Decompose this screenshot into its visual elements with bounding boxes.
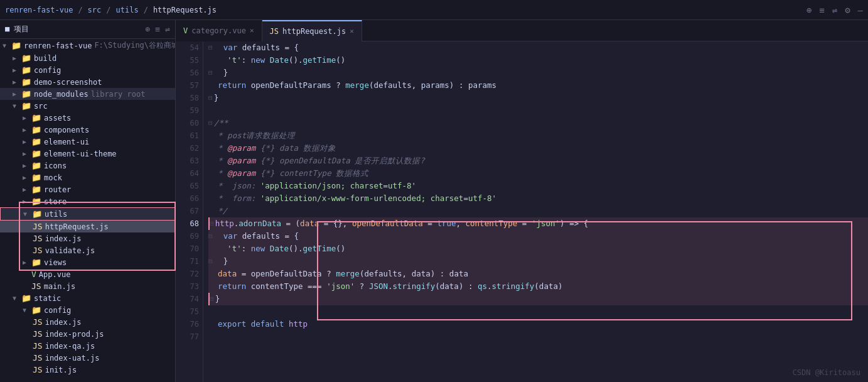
sc-init-icon: JS — [33, 365, 43, 374]
tree-appvue[interactable]: V App.vue — [0, 268, 175, 280]
code-line-72: data = openDefaultData ? merge(defaults,… — [208, 268, 868, 280]
title-bar-actions: ⊕ ≡ ⇌ ⚙ — — [806, 5, 863, 15]
breadcrumb-src[interactable]: src — [88, 6, 102, 14]
tree-config[interactable]: ▶ 📁 config — [0, 64, 175, 76]
breadcrumb-sep1: / — [78, 6, 82, 14]
tab-category-close[interactable]: ✕ — [250, 26, 254, 35]
list-icon[interactable]: ≡ — [819, 5, 824, 15]
tree-components[interactable]: ▶ 📁 components — [0, 124, 175, 136]
root-folder-icon: 📁 — [11, 41, 21, 50]
eui-icon: 📁 — [31, 137, 41, 146]
tree-views[interactable]: ▶ 📁 views — [0, 256, 175, 268]
breadcrumb-root[interactable]: renren-fast-vue — [5, 6, 73, 14]
code-line-58: ⊟ } — [208, 92, 868, 104]
ln-64: 64 — [190, 167, 199, 180]
ln-65: 65 — [190, 180, 199, 192]
tree-demo[interactable]: ▶ 📁 demo-screenshot — [0, 76, 175, 88]
fold-54[interactable]: ⊟ — [208, 41, 213, 54]
tab-category-vue[interactable]: V category.vue ✕ — [176, 20, 262, 41]
router-icon: 📁 — [31, 185, 41, 194]
nm-tag: library root — [91, 90, 146, 99]
tree-static[interactable]: ▼ 📁 static — [0, 292, 175, 304]
sidebar-icon2[interactable]: ≡ — [155, 25, 160, 34]
code-line-77 — [208, 330, 868, 343]
tree-src[interactable]: ▼ 📁 src — [0, 100, 175, 112]
tree-sc-uat[interactable]: JS index-uat.js — [0, 352, 175, 364]
split-icon[interactable]: ⇌ — [832, 5, 837, 15]
breadcrumb-sep3: / — [144, 6, 148, 14]
index-icon: JS — [33, 234, 43, 243]
ln-59: 59 — [190, 104, 199, 117]
tree-utils[interactable]: ▼ 📁 utils — [0, 207, 175, 221]
breadcrumb-sep2: / — [106, 6, 110, 14]
fold-74[interactable]: ⊟ — [210, 293, 214, 305]
main-layout: ■ 项目 ⊕ ≡ ⇌ ▼ 📁 renren-fast-vue F:\Studyi… — [0, 20, 868, 382]
fold-60[interactable]: ⊟ — [208, 117, 213, 129]
tree-sc-prod[interactable]: JS index-prod.js — [0, 328, 175, 340]
tree-root[interactable]: ▼ 📁 renren-fast-vue F:\Studying\谷粒商城\ren… — [0, 39, 175, 52]
nm-label: node_modules — [34, 90, 88, 99]
editor-area: 54 55 56 57 58 59 60 61 62 63 64 65 66 6… — [176, 41, 868, 382]
tree-static-config[interactable]: ▼ 📁 config — [0, 304, 175, 316]
root-label: renren-fast-vue — [24, 41, 92, 50]
assets-icon: 📁 — [31, 113, 41, 123]
tree-store[interactable]: ▶ 📁 store — [0, 195, 175, 207]
sidebar-icon1[interactable]: ⊕ — [146, 25, 151, 34]
code-line-74: ⊟ } — [208, 293, 868, 305]
euit-arrow: ▶ — [23, 150, 31, 157]
tree-build[interactable]: ▶ 📁 build — [0, 52, 175, 64]
fold-69[interactable]: ⊟ — [208, 230, 213, 243]
tree-node-modules[interactable]: ▶ 📁 node_modules library root — [0, 88, 175, 100]
tab-httprequest-js[interactable]: JS httpRequest.js ✕ — [262, 20, 362, 41]
sc-uat-icon: JS — [33, 353, 43, 363]
tree-router[interactable]: ▶ 📁 router — [0, 183, 175, 195]
code-line-68: ⊟ http.adornData = (data = {}, openDefau… — [208, 217, 868, 230]
tree-mock[interactable]: ▶ 📁 mock — [0, 172, 175, 183]
ln-57: 57 — [190, 79, 199, 92]
code-area[interactable]: ⊟ var defaults = { 't': new Date().getTi… — [203, 41, 868, 382]
ln-77: 77 — [190, 330, 199, 343]
fold-56[interactable]: ⊟ — [208, 67, 213, 79]
tree-sc-qa[interactable]: JS index-qa.js — [0, 340, 175, 352]
code-line-71: ⊟ } — [208, 255, 868, 268]
tree-validate[interactable]: JS validate.js — [0, 244, 175, 256]
nm-arrow: ▶ — [13, 90, 21, 97]
tree-element-ui-theme[interactable]: ▶ 📁 element-ui-theme — [0, 148, 175, 160]
sc-icon: 📁 — [31, 305, 41, 315]
sidebar-icon3[interactable]: ⇌ — [165, 25, 170, 34]
tree-assets[interactable]: ▶ 📁 assets — [0, 112, 175, 124]
tree-index[interactable]: JS index.js — [0, 232, 175, 244]
ln-70: 70 — [190, 243, 199, 255]
tree-sc-init[interactable]: JS init.js — [0, 364, 175, 376]
code-line-67: */ — [208, 205, 868, 217]
minimize-icon[interactable]: — — [858, 5, 863, 15]
tree-sc-index[interactable]: JS index.js — [0, 316, 175, 328]
build-label: build — [34, 54, 56, 63]
index-label: index.js — [45, 234, 82, 243]
views-label: views — [44, 258, 67, 267]
tree-element-ui[interactable]: ▶ 📁 element-ui — [0, 136, 175, 148]
settings-icon[interactable]: ⚙ — [845, 5, 850, 15]
config-arrow: ▶ — [13, 67, 21, 74]
tab-category-label: category.vue — [191, 26, 246, 35]
mock-label: mock — [44, 173, 62, 182]
components-arrow: ▶ — [23, 126, 31, 133]
ln-55: 55 — [190, 54, 199, 67]
fold-71[interactable]: ⊟ — [208, 255, 213, 268]
add-icon[interactable]: ⊕ — [806, 5, 812, 15]
tree-mainjs[interactable]: JS main.js — [0, 280, 175, 292]
tabs-bar: V category.vue ✕ JS httpRequest.js ✕ — [176, 20, 868, 41]
code-line-60: ⊟ /** — [208, 117, 868, 129]
tree-httprequest[interactable]: JS httpRequest.js — [0, 221, 175, 232]
ln-61: 61 — [190, 129, 199, 142]
sc-qa-label: index-qa.js — [45, 342, 95, 351]
router-label: router — [44, 185, 71, 194]
fold-68[interactable]: ⊟ — [210, 217, 214, 230]
tab-httprequest-close[interactable]: ✕ — [350, 27, 354, 35]
breadcrumb-utils[interactable]: utils — [116, 6, 139, 14]
ln-73: 73 — [190, 280, 199, 293]
tree-icons[interactable]: ▶ 📁 icons — [0, 160, 175, 172]
fold-58[interactable]: ⊟ — [208, 92, 213, 104]
root-path: F:\Studying\谷粒商城\renren-fast-vue — [94, 40, 176, 51]
build-icon: 📁 — [21, 53, 31, 63]
